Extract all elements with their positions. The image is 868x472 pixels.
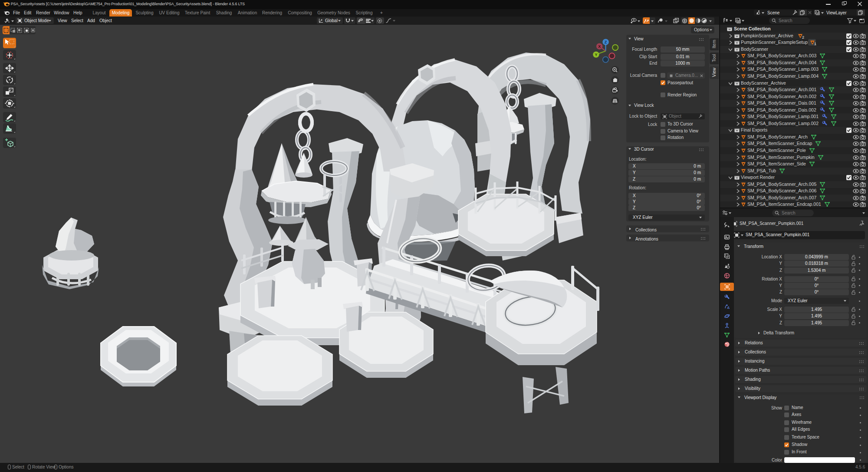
svg-text:Y: Y (595, 53, 597, 57)
svg-text:Z: Z (605, 40, 607, 44)
svg-text:X: X (598, 44, 601, 49)
